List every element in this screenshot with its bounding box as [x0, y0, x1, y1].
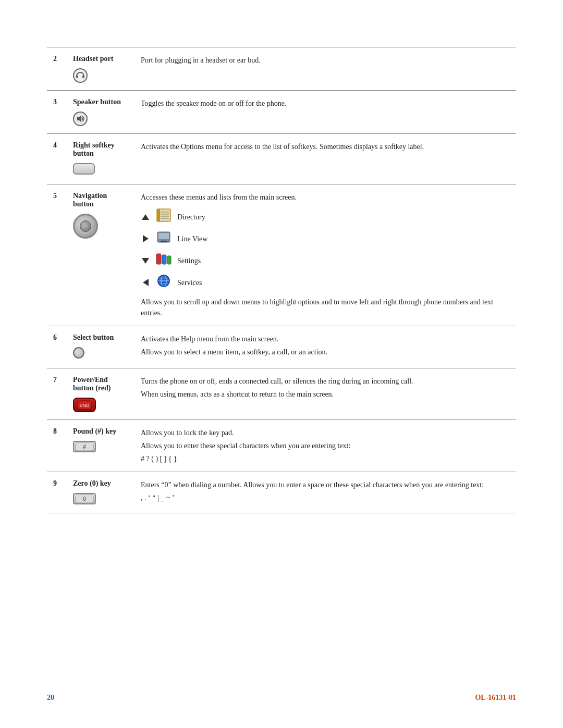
desc-primary: Accesses these menus and lists from the …	[141, 193, 297, 201]
table-row: 5Navigation button Accesses these menus …	[47, 184, 516, 326]
svg-rect-12	[167, 256, 171, 264]
desc-extra: Allows you to scroll up and down menus t…	[141, 297, 510, 318]
menu-item-icon	[155, 252, 172, 269]
table-row: 6Select buttonActivates the Help menu fr…	[47, 326, 516, 368]
menu-item-label: Directory	[177, 212, 205, 223]
globe-icon	[155, 274, 172, 288]
svg-rect-8	[158, 233, 169, 239]
reference-table: 2Headset port Port for plugging in a hea…	[47, 47, 516, 513]
zero-key-icon: 0	[73, 493, 96, 504]
row-description: Activates the Options menu for access to…	[134, 134, 516, 184]
row-label: Zero (0) key 0	[67, 472, 134, 513]
row-label: Power/End button (red) END	[67, 368, 134, 420]
table-row: 3Speaker button Toggles the speaker mode…	[47, 91, 516, 134]
softkey-icon	[73, 163, 95, 175]
table-row: 8Pound (#) key # Allows you to lock the …	[47, 420, 516, 472]
navigation-icon	[73, 214, 98, 239]
row-number: 4	[47, 134, 67, 184]
row-description: Activates the Help menu from the main sc…	[134, 326, 516, 368]
row-label: Pound (#) key #	[67, 420, 134, 472]
menu-arrow	[141, 214, 150, 220]
svg-rect-10	[156, 254, 161, 264]
desc-primary: Port for plugging in a headset or ear bu…	[141, 56, 261, 64]
row-number: 8	[47, 420, 67, 472]
row-description: Port for plugging in a headset or ear bu…	[134, 47, 516, 91]
menu-item: Services	[141, 274, 510, 291]
power-icon: END	[73, 398, 96, 412]
svg-text:0: 0	[83, 496, 86, 502]
settings-books-icon	[155, 252, 172, 266]
row-label: Navigation button	[67, 184, 134, 326]
row-number: 7	[47, 368, 67, 420]
svg-rect-2	[157, 209, 160, 221]
row-number: 2	[47, 47, 67, 91]
desc-secondary: When using menus, acts as a shortcut to …	[141, 389, 510, 400]
menu-item: Settings	[141, 252, 510, 269]
footer-page-number: 20	[47, 694, 54, 702]
arrow-left-icon	[143, 279, 149, 286]
arrow-right-icon	[143, 235, 149, 242]
desc-secondary: Allows you to enter these special charac…	[141, 440, 510, 451]
desc-secondary: # ? ( ) [ ] { }	[141, 453, 510, 464]
menu-item-icon	[155, 274, 172, 291]
table-row: 9Zero (0) key 0 Enters “0” when dialing …	[47, 472, 516, 513]
row-label: Speaker button	[67, 91, 134, 134]
svg-marker-0	[77, 115, 81, 122]
menu-item-label: Line View	[177, 233, 207, 244]
desc-primary: Turns the phone on or off, ends a connec…	[141, 377, 413, 385]
row-description: Turns the phone on or off, ends a connec…	[134, 368, 516, 420]
desc-secondary: , . ‘ “ | _ ~ ’	[141, 492, 510, 503]
svg-rect-11	[162, 255, 166, 264]
menu-items-list: Directory Line View Set	[141, 208, 510, 291]
pound-key-icon: #	[73, 441, 96, 452]
row-number: 5	[47, 184, 67, 326]
svg-point-9	[163, 241, 165, 242]
menu-item-icon	[155, 230, 172, 248]
menu-item-label: Settings	[177, 255, 201, 266]
menu-arrow	[141, 258, 150, 264]
desc-primary: Activates the Help menu from the main sc…	[141, 335, 278, 343]
arrow-up-icon	[142, 214, 149, 220]
row-description: Accesses these menus and lists from the …	[134, 184, 516, 326]
row-description: Enters “0” when dialing a number. Allows…	[134, 472, 516, 513]
row-number: 9	[47, 472, 67, 513]
desc-secondary: Allows you to select a menu item, a soft…	[141, 347, 510, 357]
menu-item: Line View	[141, 230, 510, 248]
row-number: 6	[47, 326, 67, 368]
menu-item: Directory	[141, 208, 510, 226]
menu-item-label: Services	[177, 277, 202, 288]
footer-doc-number: OL-16131-01	[475, 694, 516, 702]
page: 2Headset port Port for plugging in a hea…	[0, 0, 563, 728]
select-icon	[73, 347, 84, 359]
row-number: 3	[47, 91, 67, 134]
svg-text:END: END	[79, 403, 90, 408]
row-label: Select button	[67, 326, 134, 368]
table-row: 4Right softkey buttonActivates the Optio…	[47, 134, 516, 184]
menu-arrow	[141, 279, 150, 286]
menu-arrow	[141, 235, 150, 242]
desc-primary: Activates the Options menu for access to…	[141, 143, 424, 151]
row-label: Headset port	[67, 47, 134, 91]
headset-icon	[73, 68, 88, 83]
menu-item-icon	[155, 208, 172, 226]
row-description: Allows you to lock the key pad.Allows yo…	[134, 420, 516, 472]
lineview-phone-icon	[155, 230, 172, 244]
desc-primary: Allows you to lock the key pad.	[141, 429, 234, 437]
table-row: 2Headset port Port for plugging in a hea…	[47, 47, 516, 91]
desc-primary: Enters “0” when dialing a number. Allows…	[141, 481, 484, 489]
arrow-down-icon	[142, 258, 149, 264]
row-description: Toggles the speaker mode on or off for t…	[134, 91, 516, 134]
speaker-icon	[73, 112, 88, 126]
table-row: 7Power/End button (red) END Turns the ph…	[47, 368, 516, 420]
svg-text:#: #	[83, 444, 86, 450]
row-label: Right softkey button	[67, 134, 134, 184]
directory-book-icon	[155, 208, 172, 223]
desc-primary: Toggles the speaker mode on or off for t…	[141, 100, 286, 107]
